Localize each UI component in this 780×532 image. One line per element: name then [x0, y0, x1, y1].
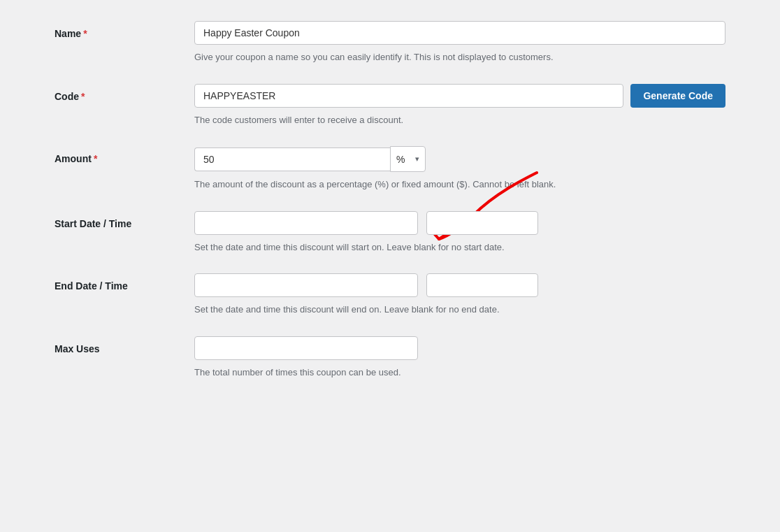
start-datetime-inputs	[194, 211, 725, 235]
start-date-field: Set the date and time this discount will…	[194, 211, 725, 254]
name-row: Name* Give your coupon a name so you can…	[55, 21, 725, 64]
name-input[interactable]	[194, 21, 725, 45]
start-date-label-text: Start Date / Time	[55, 218, 131, 229]
start-date-input[interactable]	[194, 211, 418, 235]
amount-input-row: % $ ▾	[194, 146, 725, 172]
end-date-input[interactable]	[194, 273, 418, 297]
code-input-row: Generate Code	[194, 84, 725, 108]
amount-input[interactable]	[194, 148, 390, 171]
code-label-text: Code	[55, 91, 79, 102]
amount-field: % $ ▾ The amount of the discount as a pe…	[194, 146, 725, 192]
amount-unit-select[interactable]: % $	[396, 154, 419, 165]
start-date-row: Start Date / Time Set the date and time …	[55, 211, 725, 254]
code-row: Code* Generate Code The code customers w…	[55, 84, 725, 127]
amount-required-star: *	[94, 153, 97, 164]
max-uses-label-text: Max Uses	[55, 343, 100, 354]
end-date-row: End Date / Time Set the date and time th…	[55, 273, 725, 317]
generate-code-button[interactable]: Generate Code	[630, 84, 725, 108]
code-description: The code customers will enter to receive…	[194, 113, 725, 127]
max-uses-description: The total number of times this coupon ca…	[194, 366, 725, 380]
max-uses-input[interactable]	[194, 336, 418, 360]
code-required-star: *	[81, 91, 85, 102]
amount-description: The amount of the discount as a percenta…	[194, 178, 725, 192]
end-datetime-inputs	[194, 273, 725, 297]
end-time-input[interactable]	[426, 273, 538, 297]
end-date-description: Set the date and time this discount will…	[194, 303, 725, 317]
end-date-label: End Date / Time	[55, 273, 194, 292]
max-uses-label: Max Uses	[55, 336, 194, 354]
start-time-input[interactable]	[426, 211, 538, 235]
name-description: Give your coupon a name so you can easil…	[194, 50, 725, 64]
end-date-label-text: End Date / Time	[55, 280, 128, 292]
coupon-form: Name* Give your coupon a name so you can…	[41, 14, 739, 405]
name-label-text: Name	[55, 28, 81, 39]
start-date-label: Start Date / Time	[55, 211, 194, 229]
amount-label: Amount*	[55, 146, 194, 164]
end-date-field: Set the date and time this discount will…	[194, 273, 725, 317]
start-date-description: Set the date and time this discount will…	[194, 240, 725, 254]
max-uses-row: Max Uses The total number of times this …	[55, 336, 725, 380]
max-uses-field: The total number of times this coupon ca…	[194, 336, 725, 380]
code-label: Code*	[55, 84, 194, 102]
name-required-star: *	[83, 28, 87, 39]
amount-unit-wrapper: % $ ▾	[390, 146, 426, 172]
name-field: Give your coupon a name so you can easil…	[194, 21, 725, 64]
name-label: Name*	[55, 21, 194, 39]
code-field: Generate Code The code customers will en…	[194, 84, 725, 127]
amount-row: Amount* % $ ▾ The amount of the discount…	[55, 146, 725, 192]
code-input[interactable]	[194, 84, 623, 108]
amount-label-text: Amount	[55, 153, 92, 164]
